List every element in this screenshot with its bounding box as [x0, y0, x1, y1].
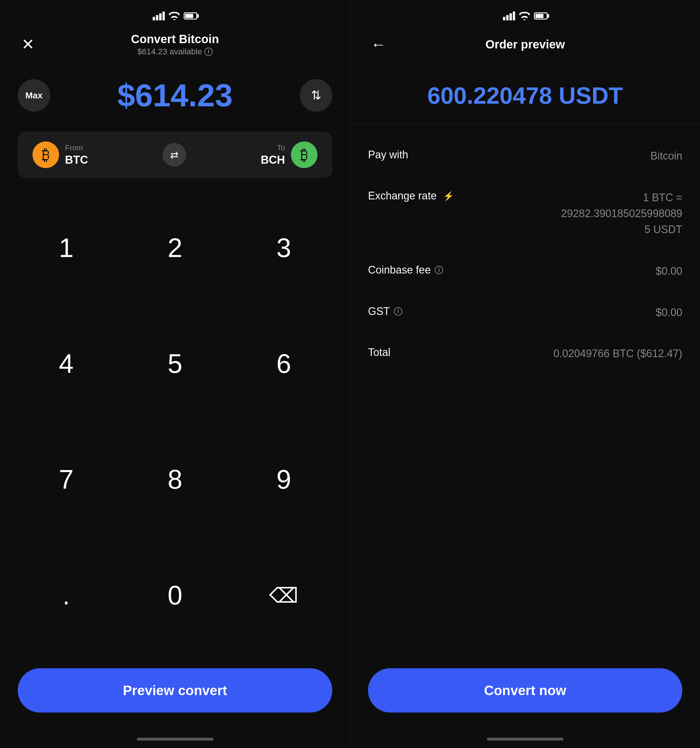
gst-value: $0.00 — [656, 305, 682, 320]
to-currency: To BCH — [261, 143, 285, 166]
exchange-arrows: ⇄ — [94, 143, 255, 167]
key-0[interactable]: 0 — [120, 538, 229, 654]
exchange-rate-value: 1 BTC =29282.3901850259980895 USDT — [561, 190, 682, 237]
pay-with-label: Pay with — [368, 149, 408, 161]
key-backspace[interactable]: ⌫ — [229, 538, 338, 654]
page-title-right: Order preview — [389, 38, 662, 51]
close-button[interactable]: ✕ — [18, 34, 38, 55]
from-name: BTC — [65, 154, 88, 166]
key-3[interactable]: 3 — [229, 190, 338, 306]
order-amount-section: 600.220478 USDT — [350, 65, 700, 124]
order-details: Pay with Bitcoin Exchange rate ⚡ 1 BTC =… — [350, 124, 700, 659]
close-icon: ✕ — [21, 36, 35, 52]
pay-with-value: Bitcoin — [650, 149, 682, 163]
back-button[interactable]: ← — [368, 34, 389, 55]
amount-display: $614.23 — [59, 77, 291, 114]
arrows-icon: ⇄ — [170, 149, 178, 161]
coinbase-fee-label: Coinbase fee i — [368, 264, 443, 276]
coinbase-fee-value: $0.00 — [656, 264, 682, 278]
wifi-icon-right — [519, 12, 530, 20]
status-bar-right — [350, 0, 700, 27]
home-bar-right — [487, 738, 563, 740]
header-title-group: Convert Bitcoin $614.23 available i — [38, 32, 311, 56]
info-icon-gst[interactable]: i — [394, 307, 402, 316]
preview-convert-button[interactable]: Preview convert — [18, 668, 332, 713]
left-panel: ✕ Convert Bitcoin $614.23 available i Ma… — [0, 0, 350, 748]
detail-row-total: Total 0.02049766 BTC ($612.47) — [368, 333, 682, 374]
currency-pair: ₿ From BTC ⇄ To BCH ₿ — [18, 131, 332, 178]
home-indicator-left — [0, 730, 350, 748]
info-icon-fee[interactable]: i — [435, 266, 443, 274]
convert-now-button[interactable]: Convert now — [368, 668, 682, 713]
preview-btn-area: Preview convert — [0, 659, 350, 730]
numpad: 1 2 3 4 5 6 7 8 9 . 0 ⌫ — [0, 184, 350, 659]
order-amount-value: 600.220478 USDT — [368, 83, 682, 109]
right-panel: ← Order preview 600.220478 USDT Pay with… — [350, 0, 700, 748]
status-bar-left — [0, 0, 350, 27]
from-currency: From BTC — [65, 143, 88, 166]
key-7[interactable]: 7 — [12, 422, 120, 538]
gst-label: GST i — [368, 305, 402, 318]
backspace-icon: ⌫ — [269, 584, 298, 608]
convert-btn-area: Convert now — [350, 659, 700, 730]
key-dot[interactable]: . — [12, 538, 120, 654]
lightning-icon: ⚡ — [443, 191, 454, 201]
from-label: From — [65, 143, 88, 152]
convert-now-label: Convert now — [484, 683, 566, 698]
key-1[interactable]: 1 — [12, 190, 120, 306]
detail-row-coinbase-fee: Coinbase fee i $0.00 — [368, 251, 682, 292]
bch-icon: ₿ — [291, 141, 317, 168]
key-9[interactable]: 9 — [229, 422, 338, 538]
to-name: BCH — [261, 154, 285, 166]
swap-icon: ⇅ — [311, 88, 321, 102]
arrows-button[interactable]: ⇄ — [162, 143, 186, 167]
amount-section: Max $614.23 ⇅ — [0, 65, 350, 126]
signal-icon-right — [503, 12, 515, 20]
header-title-group-right: Order preview — [389, 38, 662, 51]
signal-icon-left — [153, 12, 165, 20]
key-8[interactable]: 8 — [120, 422, 229, 538]
max-label: Max — [26, 90, 43, 100]
swap-button[interactable]: ⇅ — [300, 79, 332, 112]
detail-row-gst: GST i $0.00 — [368, 292, 682, 333]
to-label: To — [261, 143, 285, 152]
home-indicator-right — [350, 730, 700, 748]
key-6[interactable]: 6 — [229, 306, 338, 421]
page-title-left: Convert Bitcoin — [38, 32, 311, 46]
wifi-icon-left — [169, 12, 179, 20]
total-value: 0.02049766 BTC ($612.47) — [554, 346, 682, 361]
info-icon-subtitle[interactable]: i — [204, 47, 213, 56]
total-label: Total — [368, 346, 390, 359]
preview-convert-label: Preview convert — [123, 683, 227, 698]
page-subtitle-left: $614.23 available i — [38, 47, 311, 56]
key-2[interactable]: 2 — [120, 190, 229, 306]
header-left: ✕ Convert Bitcoin $614.23 available i — [0, 27, 350, 65]
key-4[interactable]: 4 — [12, 306, 120, 421]
detail-row-exchange-rate: Exchange rate ⚡ 1 BTC =29282.39018502599… — [368, 177, 682, 251]
key-5[interactable]: 5 — [120, 306, 229, 421]
battery-icon-left — [184, 12, 197, 20]
exchange-rate-label: Exchange rate ⚡ — [368, 190, 454, 202]
btc-icon: ₿ — [32, 141, 59, 168]
detail-row-pay-with: Pay with Bitcoin — [368, 135, 682, 177]
header-right: ← Order preview — [350, 27, 700, 65]
battery-icon-right — [534, 12, 548, 20]
back-icon: ← — [370, 36, 386, 52]
max-button[interactable]: Max — [18, 79, 50, 112]
home-bar-left — [137, 738, 214, 740]
